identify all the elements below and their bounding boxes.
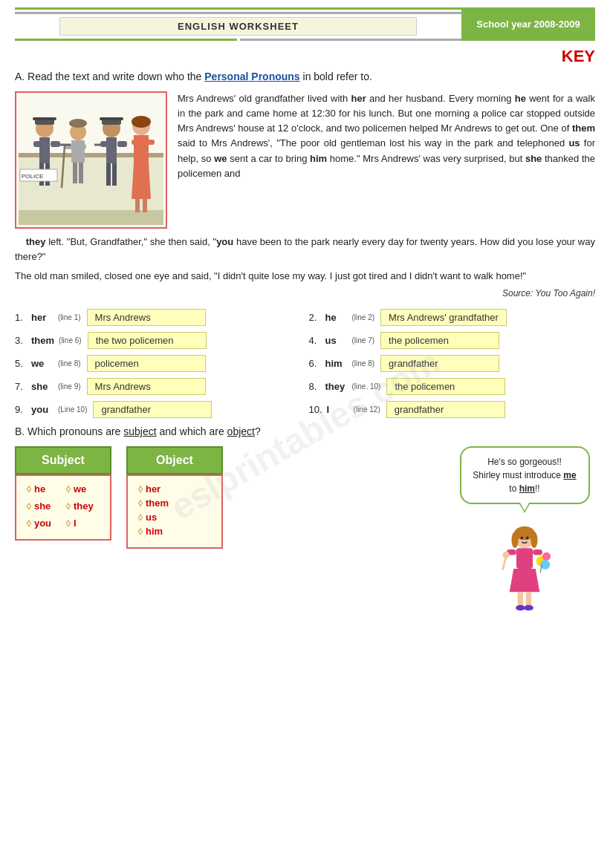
pronoun-he1: he bbox=[515, 93, 526, 104]
header-title: ENGLISH WORKSHEET bbox=[59, 17, 417, 36]
diamond-icon: ◊ bbox=[138, 526, 143, 537]
object-pronoun-us: ◊ us bbox=[138, 512, 211, 523]
answer-item-2: 2. he (line 2) Mrs Andrews' grandfather bbox=[309, 309, 596, 326]
pronoun-him: him bbox=[146, 526, 163, 537]
speech-text2: Shirley must introduce bbox=[473, 470, 563, 480]
pronouns-tables: Subject ◊ he ◊ she bbox=[15, 446, 439, 549]
story-text-continuation: they left. "But, Grandfather," she then … bbox=[0, 235, 610, 264]
pronoun-he: he bbox=[34, 483, 45, 495]
object-label: object bbox=[227, 425, 255, 437]
object-pronoun-them: ◊ them bbox=[138, 497, 211, 509]
personal-pronouns-label: Personal Pronouns bbox=[204, 71, 299, 82]
subject-col-2: ◊ we ◊ they ◊ I bbox=[66, 483, 94, 532]
pronoun-i: I bbox=[74, 518, 77, 529]
pronoun-him1: him bbox=[310, 153, 327, 164]
diamond-icon: ◊ bbox=[138, 512, 143, 523]
answer-lineref-3: (line 6) bbox=[59, 336, 82, 345]
answer-lineref-10: (line 12) bbox=[354, 405, 380, 414]
speech-him: him bbox=[519, 483, 535, 494]
pronoun-she1: she bbox=[525, 153, 542, 164]
answer-box-4: the policemen bbox=[380, 332, 499, 349]
girl-figure bbox=[495, 523, 554, 613]
answer-item-3: 3. them (line 6) the two policemen bbox=[15, 332, 302, 349]
answer-num-9: 9. bbox=[15, 404, 27, 415]
subject-pronoun-rows: ◊ he ◊ she ◊ you bbox=[27, 483, 100, 532]
answer-pronoun-3: them bbox=[31, 335, 54, 346]
object-header: Object bbox=[126, 446, 223, 474]
answer-lineref-8: (line. 10) bbox=[352, 382, 381, 391]
subject-pronoun-i: ◊ I bbox=[66, 518, 94, 529]
answer-pronoun-9: you bbox=[31, 404, 53, 415]
pronoun-her: her bbox=[146, 483, 160, 495]
svg-marker-31 bbox=[132, 163, 151, 199]
answer-num-6: 6. bbox=[309, 358, 321, 369]
answer-num-3: 3. bbox=[15, 335, 27, 346]
speech-text4: !! bbox=[535, 483, 540, 494]
answers-grid: 1. her (line 1) Mrs Andrews 2. he (line … bbox=[0, 309, 610, 418]
subject-pronoun-we: ◊ we bbox=[66, 483, 94, 495]
answer-lineref-5: (line 8) bbox=[58, 359, 81, 368]
object-table: Object ◊ her ◊ them ◊ us ◊ bbox=[126, 446, 223, 549]
speech-text3: to bbox=[509, 483, 519, 494]
pronoun-her1: her bbox=[351, 93, 366, 104]
answer-pronoun-5: we bbox=[31, 358, 53, 369]
svg-point-54 bbox=[540, 560, 550, 570]
pronoun-you: you bbox=[34, 518, 51, 529]
key-label: KEY bbox=[0, 47, 610, 66]
pronoun-we1: we bbox=[214, 153, 227, 164]
answer-lineref-4: (line 7) bbox=[352, 336, 375, 345]
subject-label: subject bbox=[123, 425, 156, 437]
answer-lineref-2: (line 2) bbox=[352, 313, 375, 322]
answer-item-1: 1. her (line 1) Mrs Andrews bbox=[15, 309, 302, 326]
text-image-row: POLICE Mrs Andrews' old grandfather live… bbox=[0, 91, 610, 229]
diamond-icon: ◊ bbox=[138, 484, 143, 495]
answer-item-7: 7. she (line 9) Mrs Andrews bbox=[15, 378, 302, 395]
school-year-label: School year 2008-2009 bbox=[461, 7, 595, 41]
pronoun-us: us bbox=[146, 512, 157, 523]
section-a-instruction-end: in bold refer to. bbox=[300, 71, 372, 82]
answer-box-7: Mrs Andrews bbox=[87, 378, 206, 395]
subject-header: Subject bbox=[15, 446, 111, 474]
header-left: ENGLISH WORKSHEET bbox=[15, 7, 461, 41]
svg-rect-2 bbox=[19, 210, 163, 225]
subject-body: ◊ he ◊ she ◊ you bbox=[15, 474, 111, 541]
answer-row-4: 7. she (line 9) Mrs Andrews 8. they (lin… bbox=[15, 378, 595, 395]
answer-item-10: 10. I (line 12) grandfather bbox=[309, 401, 596, 418]
answer-pronoun-6: him bbox=[325, 358, 348, 369]
answer-box-1: Mrs Andrews bbox=[87, 309, 206, 326]
svg-rect-21 bbox=[100, 117, 123, 120]
answer-box-6: grandfather bbox=[380, 355, 499, 372]
pronoun-you1: you bbox=[216, 236, 233, 247]
answer-item-4: 4. us (line 7) the policemen bbox=[309, 332, 596, 349]
svg-rect-30 bbox=[146, 140, 155, 145]
subject-col-1: ◊ he ◊ she ◊ you bbox=[27, 483, 51, 532]
answer-item-6: 6. him (line 8) grandfather bbox=[309, 355, 596, 372]
subject-pronoun-you: ◊ you bbox=[27, 518, 51, 529]
answer-box-2: Mrs Andrews' grandfather bbox=[380, 309, 507, 326]
svg-rect-46 bbox=[526, 593, 531, 607]
answer-num-10: 10. bbox=[309, 404, 322, 415]
svg-point-34 bbox=[132, 116, 151, 128]
answer-box-9: grandfather bbox=[93, 401, 212, 418]
object-body: ◊ her ◊ them ◊ us ◊ him bbox=[126, 474, 223, 549]
answer-num-8: 8. bbox=[309, 381, 321, 392]
svg-rect-50 bbox=[533, 549, 542, 555]
svg-point-53 bbox=[542, 552, 551, 561]
svg-rect-17 bbox=[79, 163, 83, 183]
diamond-icon: ◊ bbox=[27, 518, 31, 529]
diamond-icon: ◊ bbox=[27, 501, 31, 512]
answer-lineref-6: (line 8) bbox=[352, 359, 375, 368]
subject-pronoun-she: ◊ she bbox=[27, 500, 51, 512]
section-b-instruction: B. Which pronouns are bbox=[15, 425, 123, 437]
answer-num-5: 5. bbox=[15, 358, 27, 369]
pronoun-we: we bbox=[74, 483, 86, 495]
speech-text1: He's so gorgeous!! bbox=[487, 457, 562, 467]
diamond-icon: ◊ bbox=[138, 498, 143, 509]
svg-rect-29 bbox=[132, 140, 140, 145]
answer-pronoun-7: she bbox=[31, 381, 53, 392]
svg-rect-16 bbox=[73, 163, 77, 183]
diamond-icon: ◊ bbox=[66, 484, 71, 495]
answer-pronoun-2: he bbox=[325, 312, 348, 323]
svg-point-48 bbox=[524, 605, 533, 610]
svg-rect-25 bbox=[106, 163, 111, 186]
